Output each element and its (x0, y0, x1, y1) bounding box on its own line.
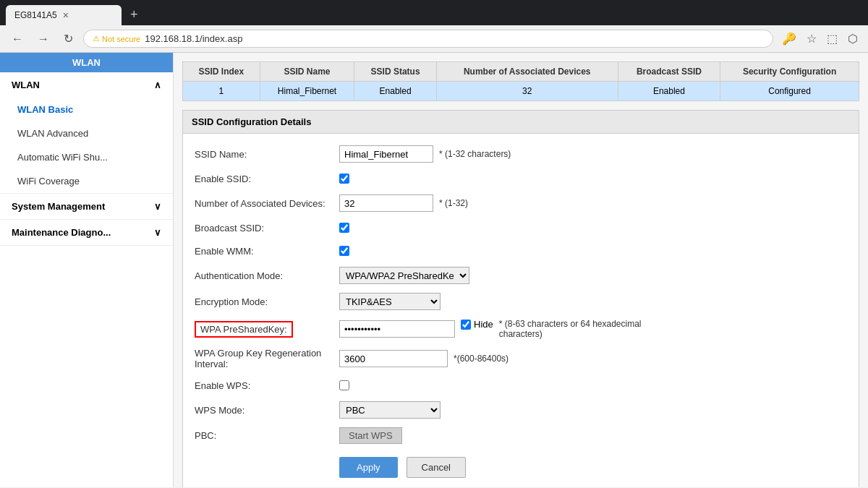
not-secure-indicator: ⚠ Not secure (93, 34, 140, 43)
ext-icon[interactable]: ⬚ (824, 30, 841, 47)
enable-wps-control (339, 380, 847, 390)
wps-mode-row: WPS Mode: PBC PIN (195, 397, 847, 423)
cell-index: 1 (183, 82, 260, 101)
wps-mode-select[interactable]: PBC PIN (339, 401, 441, 419)
wpa-key-input[interactable] (339, 320, 455, 338)
main-content: SSID Index SSID Name SSID Status Number … (174, 53, 868, 487)
enable-wmm-checkbox[interactable] (339, 246, 349, 256)
col-broadcast-ssid: Broadcast SSID (618, 62, 720, 82)
pbc-control: Start WPS (339, 427, 847, 444)
enable-wmm-row: Enable WMM: (195, 239, 847, 262)
start-wps-button[interactable]: Start WPS (339, 427, 402, 444)
col-ssid-status: SSID Status (354, 62, 437, 82)
puzzle-icon[interactable]: ⬡ (845, 30, 861, 47)
enable-ssid-label: Enable SSID: (195, 174, 339, 184)
sidebar-item-wlan-basic[interactable]: WLAN Basic (0, 98, 173, 121)
col-ssid-name: SSID Name (260, 62, 354, 82)
button-row: Apply Cancel (195, 448, 847, 484)
apply-button[interactable]: Apply (339, 457, 398, 478)
wps-mode-control: PBC PIN (339, 401, 847, 419)
num-devices-input[interactable] (339, 194, 433, 212)
auth-mode-row: Authentication Mode: WPA/WPA2 PreSharedK… (195, 262, 847, 288)
sidebar-item-auto-wifi[interactable]: Automatic WiFi Shu... (0, 145, 173, 169)
col-ssid-index: SSID Index (183, 62, 260, 82)
ssid-name-hint: * (1-32 characters) (439, 149, 511, 159)
system-mgmt-section: System Management ∨ (0, 194, 173, 220)
wpa-key-label: WPA PreSharedKey: (195, 321, 293, 338)
back-btn[interactable]: ← (7, 31, 27, 47)
wps-mode-label: WPS Mode: (195, 405, 339, 416)
broadcast-ssid-control (339, 223, 847, 233)
cell-devices: 32 (436, 82, 618, 101)
broadcast-ssid-checkbox[interactable] (339, 223, 349, 233)
app-layout: WLAN WLAN ∧ WLAN Basic WLAN Advanced Aut… (0, 53, 868, 487)
broadcast-ssid-row: Broadcast SSID: (195, 216, 847, 239)
wpa-key-label-container: WPA PreSharedKey: (195, 321, 339, 338)
cell-broadcast: Enabled (618, 82, 720, 101)
enable-wps-checkbox[interactable] (339, 380, 349, 390)
hide-password-checkbox[interactable] (461, 320, 471, 330)
pbc-label: PBC: (195, 430, 339, 441)
enable-ssid-control (339, 174, 847, 184)
tab-title: EG8141A5 (14, 10, 57, 20)
chevron-down-icon2: ∨ (154, 227, 161, 238)
wpa-key-hint: * (8-63 characters or 64 hexadecimal cha… (499, 319, 644, 339)
key-icon[interactable]: 🔑 (779, 30, 799, 47)
cell-security: Configured (720, 82, 859, 101)
url-text: 192.168.18.1/index.asp (145, 33, 764, 44)
num-devices-row: Number of Associated Devices: * (1-32) (195, 190, 847, 216)
sidebar-item-wifi-coverage[interactable]: WiFi Coverage (0, 169, 173, 193)
sidebar-item-wlan-advanced[interactable]: WLAN Advanced (0, 121, 173, 145)
group-key-input[interactable] (339, 350, 448, 367)
forward-btn[interactable]: → (33, 31, 54, 47)
auth-mode-select[interactable]: WPA/WPA2 PreSharedKe Open WPA WPA2 (339, 267, 469, 284)
cell-status: Enabled (354, 82, 437, 101)
chevron-up-icon: ∧ (154, 80, 161, 90)
enc-mode-row: Encryption Mode: TKIP&AES TKIP AES (195, 288, 847, 314)
group-key-hint: *(600-86400s) (454, 354, 509, 364)
toolbar-icons: 🔑 ☆ ⬚ ⬡ (779, 30, 861, 47)
chevron-down-icon: ∨ (154, 201, 161, 212)
enc-mode-control: TKIP&AES TKIP AES (339, 293, 847, 310)
address-bar[interactable]: ⚠ Not secure 192.168.18.1/index.asp (83, 30, 773, 48)
cell-name: Himal_Fibernet (260, 82, 354, 101)
config-body: SSID Name: * (1-32 characters) Enable SS… (183, 134, 859, 487)
num-devices-hint: * (1-32) (439, 198, 468, 208)
new-tab-btn[interactable]: + (124, 4, 144, 25)
enc-mode-select[interactable]: TKIP&AES TKIP AES (339, 293, 441, 310)
wpa-key-row: WPA PreSharedKey: Hide * (8-63 character… (195, 314, 847, 343)
sidebar-highlight: WLAN (0, 53, 173, 72)
ssid-table-container: SSID Index SSID Name SSID Status Number … (182, 61, 859, 101)
enable-ssid-checkbox[interactable] (339, 174, 349, 184)
enc-mode-label: Encryption Mode: (195, 296, 339, 307)
ssid-name-input[interactable] (339, 145, 433, 163)
enable-ssid-row: Enable SSID: (195, 167, 847, 190)
star-icon[interactable]: ☆ (804, 30, 820, 47)
ssid-name-label: SSID Name: (195, 149, 339, 160)
refresh-btn[interactable]: ↻ (59, 30, 77, 47)
auth-mode-control: WPA/WPA2 PreSharedKe Open WPA WPA2 (339, 267, 847, 284)
cancel-button[interactable]: Cancel (407, 457, 466, 478)
group-key-label: WPA Group Key Regeneration Interval: (195, 348, 339, 369)
system-mgmt-header[interactable]: System Management ∨ (0, 194, 173, 219)
pbc-row: PBC: Start WPS (195, 423, 847, 448)
ssid-name-control: * (1-32 characters) (339, 145, 847, 163)
active-tab[interactable]: EG8141A5 × (6, 5, 122, 25)
maintenance-header[interactable]: Maintenance Diagno... ∨ (0, 220, 173, 245)
enable-wmm-label: Enable WMM: (195, 246, 339, 257)
col-num-devices: Number of Associated Devices (436, 62, 618, 82)
tab-bar: EG8141A5 × + (0, 0, 868, 25)
close-tab-btn[interactable]: × (63, 9, 69, 21)
group-key-row: WPA Group Key Regeneration Interval: *(6… (195, 343, 847, 374)
group-key-control: *(600-86400s) (339, 350, 847, 367)
ssid-name-row: SSID Name: * (1-32 characters) (195, 141, 847, 167)
wpa-password-hint-container: Hide * (8-63 characters or 64 hexadecima… (461, 319, 847, 339)
hide-label[interactable]: Hide (461, 319, 493, 330)
config-section: SSID Configuration Details SSID Name: * … (182, 110, 859, 487)
browser-chrome: EG8141A5 × + ← → ↻ ⚠ Not secure 192.168.… (0, 0, 868, 53)
wpa-key-control: Hide * (8-63 characters or 64 hexadecima… (339, 319, 847, 339)
wlan-section-header[interactable]: WLAN ∧ (0, 72, 173, 98)
table-row[interactable]: 1 Himal_Fibernet Enabled 32 Enabled Conf… (183, 82, 859, 101)
num-devices-label: Number of Associated Devices: (195, 198, 339, 209)
sidebar: WLAN WLAN ∧ WLAN Basic WLAN Advanced Aut… (0, 53, 174, 487)
